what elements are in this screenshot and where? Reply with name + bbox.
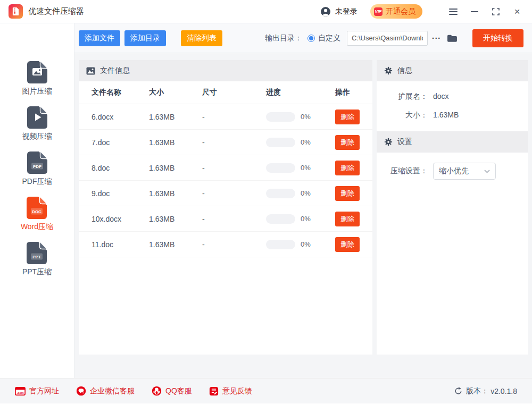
vip-upgrade-button[interactable]: VIP 开通会员 — [370, 4, 422, 19]
file-dimensions: - — [202, 215, 266, 223]
app-logo-icon — [9, 4, 23, 19]
table-body: 6.docx 1.63MB - 0% 删除 7.doc — [79, 104, 372, 257]
custom-radio[interactable] — [307, 35, 315, 42]
fullscreen-icon — [492, 8, 500, 15]
delete-button[interactable]: 删除 — [335, 110, 360, 124]
footer-link-label: QQ客服 — [165, 386, 192, 396]
gear-icon — [384, 138, 393, 146]
progress-bar — [266, 138, 295, 147]
browse-ellipsis-button[interactable]: ··· — [432, 34, 441, 43]
settings-title: 设置 — [397, 137, 412, 147]
footer-link-qq[interactable]: QQ客服 — [152, 386, 192, 396]
wechat-icon — [76, 386, 86, 396]
ppt-file-icon: PPT — [26, 241, 47, 265]
delete-button[interactable]: 删除 — [335, 237, 360, 252]
progress-bar — [266, 240, 295, 249]
table-row: 8.doc 1.63MB - 0% 删除 — [79, 155, 372, 181]
user-avatar-icon — [320, 6, 331, 17]
section-title: 文件信息 — [100, 66, 130, 75]
progress-cell: 0% — [266, 240, 335, 249]
file-size: 1.63MB — [149, 138, 202, 147]
info-field: 大小： 1.63MB — [377, 111, 528, 120]
file-name: 10x.docx — [79, 215, 149, 223]
menu-button[interactable] — [449, 7, 458, 16]
file-name: 7.doc — [79, 138, 149, 147]
file-name: 8.doc — [79, 164, 149, 172]
sidebar-item-label: PDF压缩 — [22, 177, 52, 187]
sidebar-item-video[interactable]: 视频压缩 — [22, 106, 52, 151]
sidebar-item-pdf[interactable]: PDF PDF压缩 — [22, 151, 52, 196]
sidebar-item-ppt[interactable]: PPT PPT压缩 — [22, 241, 52, 287]
file-size: 1.63MB — [149, 189, 202, 198]
version-label: 版本： — [466, 386, 488, 396]
gear-icon — [384, 66, 393, 75]
maximize-button[interactable] — [492, 7, 500, 16]
video-file-icon — [27, 106, 48, 129]
col-header-action: 操作 — [335, 88, 372, 97]
table-row: 11.doc 1.63MB - 0% 删除 — [79, 232, 372, 257]
compression-setting-label: 压缩设置： — [377, 166, 428, 176]
file-name: 9.doc — [79, 189, 149, 198]
progress-bar — [266, 112, 295, 122]
feedback-icon — [209, 386, 219, 396]
selected-option: 缩小优先 — [439, 166, 469, 176]
footer-link-feedback[interactable]: 意见反馈 — [209, 386, 252, 396]
svg-text:PPT: PPT — [33, 255, 41, 259]
progress-bar — [266, 214, 295, 224]
vip-label: 开通会员 — [386, 7, 415, 16]
login-status[interactable]: 未登录 — [335, 7, 358, 16]
delete-button[interactable]: 删除 — [335, 135, 360, 150]
info-body: 扩展名： docx 大小： 1.63MB — [377, 81, 528, 131]
file-dimensions: - — [202, 240, 266, 249]
info-field-label: 大小： — [377, 111, 428, 120]
close-button[interactable]: × — [513, 7, 521, 16]
clear-list-button[interactable]: 清除列表 — [181, 30, 222, 46]
sidebar-item-label: 图片压缩 — [22, 87, 52, 96]
doc-file-icon: DOC — [26, 196, 47, 220]
file-dimensions: - — [202, 138, 266, 147]
footer-bar: .com 官方网址 企业微信客服 QQ客服 意见反馈 版本：v2.0.1.8 — [0, 378, 532, 403]
progress-bar — [266, 163, 295, 173]
update-icon — [454, 387, 462, 395]
pdf-file-icon: PDF — [27, 151, 48, 174]
compression-setting-select[interactable]: 缩小优先 — [433, 163, 496, 180]
delete-button[interactable]: 删除 — [335, 212, 360, 226]
delete-button[interactable]: 删除 — [335, 161, 360, 175]
file-info-header: 文件信息 — [79, 60, 372, 81]
info-header: 信息 — [377, 60, 528, 81]
col-header-dim: 尺寸 — [202, 88, 266, 97]
minimize-icon — [471, 11, 478, 12]
progress-percent: 0% — [301, 138, 311, 146]
info-field: 扩展名： docx — [377, 92, 528, 102]
progress-cell: 0% — [266, 138, 335, 147]
app-title: 优速文件压缩器 — [28, 6, 84, 16]
footer-link-com[interactable]: .com 官方网址 — [15, 386, 59, 396]
progress-percent: 0% — [301, 240, 311, 248]
col-header-size: 大小 — [149, 88, 202, 97]
add-folder-button[interactable]: 添加目录 — [124, 30, 166, 46]
hamburger-icon — [449, 9, 458, 15]
chevron-down-icon — [484, 170, 490, 173]
version-value: v2.0.1.8 — [491, 387, 517, 395]
minimize-button[interactable] — [470, 7, 479, 16]
col-header-name: 文件名称 — [79, 88, 149, 97]
progress-percent: 0% — [301, 113, 311, 121]
add-files-button[interactable]: 添加文件 — [79, 30, 120, 46]
delete-button[interactable]: 删除 — [335, 186, 360, 201]
table-row: 9.doc 1.63MB - 0% 删除 — [79, 181, 372, 206]
open-folder-button[interactable] — [446, 33, 458, 43]
start-convert-button[interactable]: 开始转换 — [472, 29, 523, 47]
progress-cell: 0% — [266, 214, 335, 224]
footer-link-wechat[interactable]: 企业微信客服 — [76, 386, 135, 396]
user-account[interactable]: 未登录 — [320, 6, 358, 17]
settings-header: 设置 — [377, 131, 528, 153]
file-size: 1.63MB — [149, 215, 202, 223]
sidebar-item-doc[interactable]: DOC Word压缩 — [21, 196, 53, 241]
custom-radio-label[interactable]: 自定义 — [318, 33, 340, 43]
svg-text:PDF: PDF — [33, 164, 41, 169]
output-path-input[interactable] — [347, 31, 428, 46]
file-size: 1.63MB — [149, 113, 202, 121]
file-size: 1.63MB — [149, 164, 202, 172]
sidebar-item-image[interactable]: 图片压缩 — [22, 61, 52, 106]
file-name: 6.docx — [79, 113, 149, 121]
